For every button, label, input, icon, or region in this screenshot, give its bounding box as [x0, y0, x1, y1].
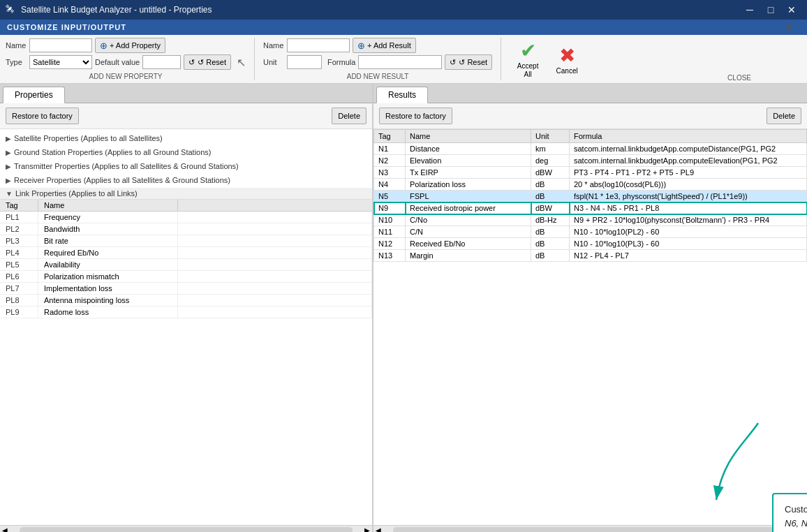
ground-station-group-header[interactable]: ▶ Ground Station Properties (Applies to …	[0, 146, 372, 158]
reset-result-button[interactable]: ↺ ↺ Reset	[445, 54, 492, 70]
results-tab[interactable]: Results	[376, 87, 428, 103]
add-new-result-section: Name ⊕ + Add Result Unit Formula ↺ ↺ Res…	[263, 38, 501, 80]
transmitter-group: ▶ Transmitter Properties (Applies to all…	[0, 160, 372, 172]
add-result-button[interactable]: ⊕ + Add Result	[353, 38, 416, 53]
link-table-row[interactable]: PL7 Implementation loss	[0, 283, 372, 295]
link-table-row[interactable]: PL5 Availability	[0, 259, 372, 271]
link-table-row[interactable]: PL1 Frequency	[0, 212, 372, 223]
link-arrow: ▼	[6, 190, 13, 198]
result-formula-cell: satcom.internal.linkbudgetApp.computeDis…	[570, 143, 807, 155]
accept-all-label: AcceptAll	[517, 62, 539, 79]
link-table-row[interactable]: PL6 Polarization mismatch	[0, 271, 372, 283]
delete-right-button[interactable]: Delete	[767, 108, 801, 124]
results-table-row[interactable]: N1 Distance km satcom.internal.linkbudge…	[374, 143, 807, 155]
default-value-input[interactable]	[142, 55, 181, 69]
cancel-button[interactable]: ✖ Cancel	[549, 42, 585, 77]
link-table-row[interactable]: PL3 Bit rate	[0, 235, 372, 247]
result-name-input[interactable]	[287, 38, 350, 52]
result-tag-cell: N13	[374, 250, 406, 262]
property-name-input[interactable]	[29, 38, 92, 52]
ribbon-collapse-btn[interactable]: ▲	[784, 20, 794, 31]
reset-property-button[interactable]: ↺ ↺ Reset	[184, 54, 231, 70]
result-unit-cell: dB	[531, 191, 570, 202]
tag-col-header: Tag	[0, 200, 38, 211]
result-formula-cell: PT3 - PT4 - PT1 - PT2 + PT5 - PL9	[570, 167, 807, 179]
results-formula-header: Formula	[570, 130, 807, 143]
default-value-label: Default value	[95, 58, 140, 66]
left-tree-area[interactable]: ▶ Satellite Properties (Applies to all S…	[0, 129, 372, 525]
result-tag-cell: N12	[374, 238, 406, 250]
result-formula-cell: N10 - 10*log10(PL2) - 60	[570, 226, 807, 238]
link-row-tag: PL2	[0, 223, 38, 235]
scroll-right-btn[interactable]: ▶	[362, 526, 372, 532]
restore-factory-left-button[interactable]: Restore to factory	[6, 108, 79, 124]
formula-label: Formula	[327, 58, 355, 66]
link-row-name: Bit rate	[38, 235, 178, 246]
link-row-name: Frequency	[38, 212, 178, 223]
add-property-button[interactable]: ⊕ + Add Property	[95, 38, 165, 53]
result-unit-input[interactable]	[287, 55, 322, 69]
left-scrollbar-track[interactable]	[20, 527, 353, 533]
results-table-row[interactable]: N2 Elevation deg satcom.internal.linkbud…	[374, 155, 807, 167]
link-row-extra	[178, 283, 372, 294]
result-formula-cell: 20 * abs(log10(cosd(PL6)))	[570, 179, 807, 191]
properties-tab[interactable]: Properties	[3, 87, 65, 103]
result-unit-formula-row: Unit Formula ↺ ↺ Reset	[263, 54, 492, 70]
link-row-name: Radome loss	[38, 306, 178, 318]
result-formula-input[interactable]	[358, 55, 442, 69]
title-bar: 🛰 Satellite Link Budget Analyzer - untit…	[0, 0, 807, 20]
reset-result-icon: ↺	[450, 58, 456, 67]
link-table-row[interactable]: PL9 Radome loss	[0, 306, 372, 318]
right-scrollbar-track[interactable]	[393, 527, 787, 533]
link-row-name: Antenna mispointing loss	[38, 295, 178, 306]
right-scroll-left-btn[interactable]: ◀	[373, 526, 383, 532]
result-tag-cell: N1	[374, 143, 406, 155]
type-label: Type	[6, 58, 27, 66]
link-group: ▼ Link Properties (Applies to all Links)…	[0, 188, 372, 318]
scroll-left-btn[interactable]: ◀	[0, 526, 10, 532]
satellite-group-header[interactable]: ▶ Satellite Properties (Applies to all S…	[0, 132, 372, 145]
link-row-extra	[178, 223, 372, 235]
result-tag-cell: N3	[374, 167, 406, 179]
result-name-cell: C/N	[406, 226, 531, 238]
app-icon: 🛰	[6, 4, 17, 15]
results-tab-label: Results	[388, 90, 416, 100]
results-table-row[interactable]: N3 Tx EIRP dBW PT3 - PT4 - PT1 - PT2 + P…	[374, 167, 807, 179]
type-select[interactable]: Satellite	[29, 55, 92, 69]
annotation-italic: N6, N7, and N8 deleted)	[785, 518, 807, 529]
results-table-row[interactable]: N13 Margin dB N12 - PL4 - PL7	[374, 250, 807, 262]
transmitter-arrow: ▶	[6, 163, 11, 170]
link-table-row[interactable]: PL8 Antenna mispointing loss	[0, 295, 372, 306]
receiver-group-header[interactable]: ▶ Receiver Properties (Applies to all Sa…	[0, 174, 372, 186]
restore-factory-right-button[interactable]: Restore to factory	[379, 108, 452, 124]
property-name-row: Name ⊕ + Add Property	[6, 38, 246, 53]
close-button[interactable]: ✕	[782, 3, 801, 17]
add-result-label: + Add Result	[367, 41, 411, 50]
result-unit-cell: dB-Hz	[531, 214, 570, 226]
ground-station-group: ▶ Ground Station Properties (Applies to …	[0, 146, 372, 158]
results-table-row[interactable]: N4 Polarization loss dB 20 * abs(log10(c…	[374, 179, 807, 191]
link-group-header[interactable]: ▼ Link Properties (Applies to all Links)	[0, 188, 372, 200]
left-scrollbar[interactable]: ◀ ▶	[0, 525, 372, 532]
results-table-row[interactable]: N9 Received isotropic power dBW N3 - N4 …	[374, 202, 807, 214]
link-row-name: Availability	[38, 259, 178, 270]
minimize-button[interactable]: ─	[740, 3, 760, 17]
results-table-row[interactable]: N11 C/N dB N10 - 10*log10(PL2) - 60	[374, 226, 807, 238]
results-table-row[interactable]: N10 C/No dB-Hz N9 + PR2 - 10*log10(physc…	[374, 214, 807, 226]
maximize-button[interactable]: □	[761, 3, 780, 17]
results-table-row[interactable]: N12 Received Eb/No dB N10 - 10*log10(PL3…	[374, 238, 807, 250]
accept-all-button[interactable]: ✔ AcceptAll	[510, 42, 546, 77]
result-tag-cell: N10	[374, 214, 406, 226]
results-table-row[interactable]: N5 FSPL dB fspl(N1 * 1e3, physconst('Lig…	[374, 191, 807, 202]
add-new-property-label: ADD NEW PROPERTY	[6, 73, 246, 80]
result-name-cell: Tx EIRP	[406, 167, 531, 179]
transmitter-group-header[interactable]: ▶ Transmitter Properties (Applies to all…	[0, 160, 372, 172]
link-table-row[interactable]: PL4 Required Eb/No	[0, 247, 372, 259]
result-unit-cell: deg	[531, 155, 570, 167]
right-scrollbar[interactable]: ◀ ▶	[373, 525, 807, 532]
result-unit-cell: dB	[531, 238, 570, 250]
accept-all-group: ✔ AcceptAll	[510, 42, 546, 77]
link-row-tag: PL8	[0, 295, 38, 306]
link-table-row[interactable]: PL2 Bandwidth	[0, 223, 372, 235]
delete-left-button[interactable]: Delete	[332, 108, 367, 124]
